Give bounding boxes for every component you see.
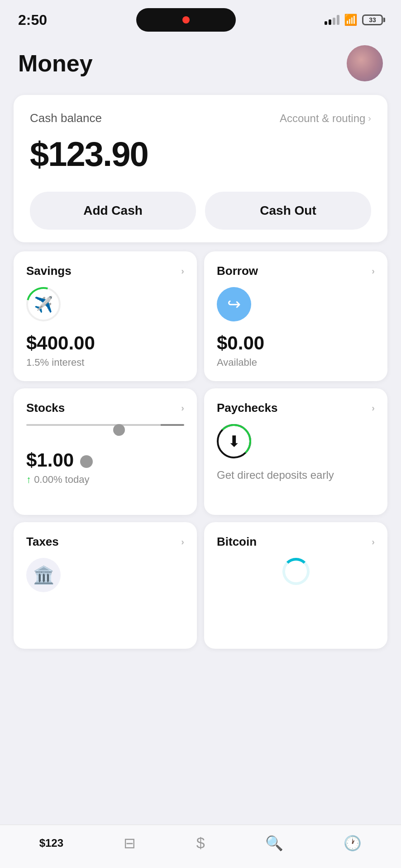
stocks-amount-row: $1.00: [26, 449, 184, 474]
battery-icon: 33: [362, 14, 383, 25]
dollar-icon: $: [196, 834, 205, 852]
stocks-change: ↑ 0.00% today: [26, 474, 184, 486]
savings-title: Savings ›: [26, 264, 184, 278]
cash-balance-card: Cash balance Account & routing › $123.90…: [14, 95, 387, 242]
borrow-amount: $0.00: [217, 332, 375, 354]
avatar[interactable]: [347, 45, 383, 81]
savings-icon: ✈️: [34, 295, 53, 313]
page-title: Money: [18, 50, 93, 77]
savings-card[interactable]: Savings › ✈️ $400.00 1.5% interest: [14, 251, 197, 381]
borrow-card[interactable]: Borrow › ↪ $0.00 Available: [204, 251, 387, 381]
status-time: 2:50: [18, 12, 47, 28]
wifi-icon: 📶: [344, 14, 358, 26]
taxes-icon: 🏛️: [26, 558, 61, 592]
capitol-icon: 🏛️: [33, 565, 54, 585]
chevron-right-icon: ›: [181, 403, 184, 413]
cash-balance-amount: $123.90: [30, 134, 371, 174]
nav-search[interactable]: 🔍: [265, 835, 283, 852]
chevron-right-icon: ›: [372, 266, 375, 276]
cash-balance-label: Cash balance: [30, 111, 102, 125]
account-routing-link[interactable]: Account & routing ›: [280, 112, 371, 125]
bitcoin-card[interactable]: Bitcoin ›: [204, 522, 387, 649]
clock-icon: 🕐: [344, 835, 362, 852]
bitcoin-title: Bitcoin ›: [217, 535, 375, 549]
nav-balance: $123: [39, 837, 63, 849]
paychecks-card[interactable]: Paychecks › ⬇ Get direct deposits early: [204, 388, 387, 515]
paychecks-title: Paychecks ›: [217, 401, 375, 415]
cash-out-button[interactable]: Cash Out: [205, 192, 371, 230]
signal-icon: [325, 15, 339, 25]
chevron-right-icon: ›: [181, 537, 184, 547]
wallet-icon: ⊟: [124, 835, 136, 852]
status-bar: 2:50 📶 33: [0, 0, 401, 36]
card-header: Cash balance Account & routing ›: [30, 111, 371, 125]
chevron-right-icon: ›: [372, 403, 375, 413]
grid-row-2: Stocks › $1.00 ↑ 0.00% today Paychecks ›…: [0, 388, 401, 515]
chevron-right-icon: ›: [372, 537, 375, 547]
forward-arrow-icon: ↪: [227, 295, 241, 314]
borrow-title: Borrow ›: [217, 264, 375, 278]
borrow-sub: Available: [217, 357, 375, 368]
card-actions: Add Cash Cash Out: [30, 192, 371, 230]
status-icons: 📶 33: [325, 14, 383, 26]
add-cash-button[interactable]: Add Cash: [30, 192, 196, 230]
nav-wallet[interactable]: ⊟: [124, 835, 136, 852]
borrow-icon: ↪: [217, 287, 251, 321]
up-arrow-icon: ↑: [26, 474, 31, 485]
stocks-title: Stocks ›: [26, 401, 184, 415]
stocks-card[interactable]: Stocks › $1.00 ↑ 0.00% today: [14, 388, 197, 515]
savings-amount: $400.00: [26, 332, 184, 354]
nav-activity[interactable]: 🕐: [344, 835, 362, 852]
paychecks-icon: ⬇: [217, 424, 251, 458]
savings-interest: 1.5% interest: [26, 357, 184, 368]
search-icon: 🔍: [265, 835, 283, 852]
page-header: Money: [0, 36, 401, 90]
dynamic-island: [136, 8, 236, 32]
bitcoin-loader: [282, 558, 310, 585]
grid-row-1: Savings › ✈️ $400.00 1.5% interest Borro…: [0, 251, 401, 381]
taxes-card[interactable]: Taxes › 🏛️: [14, 522, 197, 649]
taxes-title: Taxes ›: [26, 535, 184, 549]
nav-home[interactable]: $123: [39, 837, 63, 849]
paychecks-sub: Get direct deposits early: [217, 467, 375, 483]
stocks-amount: $1.00: [26, 449, 74, 471]
stocks-dot-indicator: [80, 455, 93, 468]
chevron-right-icon: ›: [368, 113, 371, 123]
chevron-right-icon: ›: [181, 266, 184, 276]
stocks-chart: [26, 424, 184, 440]
bottom-nav: $123 ⊟ $ 🔍 🕐: [0, 825, 401, 868]
grid-row-3: Taxes › 🏛️ Bitcoin ›: [0, 522, 401, 649]
nav-pay[interactable]: $: [196, 834, 205, 852]
recording-dot: [182, 16, 190, 24]
